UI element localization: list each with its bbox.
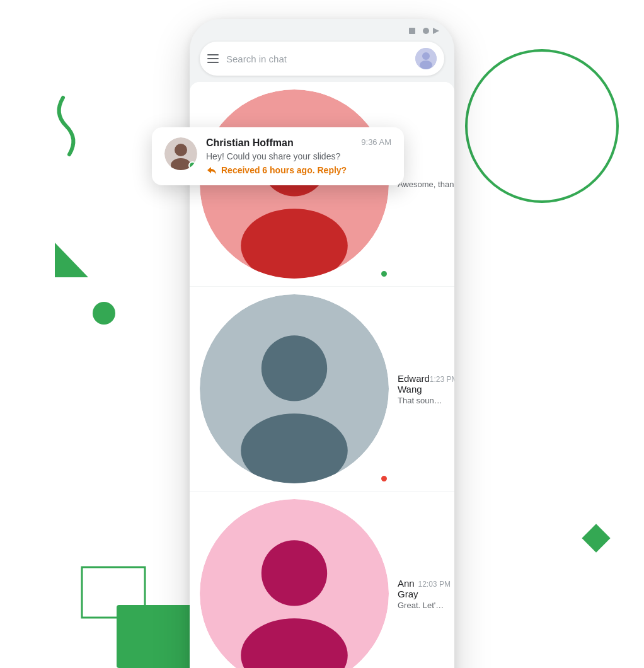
- svg-point-1: [93, 302, 115, 325]
- chat-preview-partial: Awesome, thanks!: [398, 180, 454, 189]
- signal-icon: [409, 28, 415, 34]
- svg-point-16: [262, 540, 327, 606]
- notification-name: Christian Hoffman: [206, 137, 294, 149]
- avatar-wrap-edward: [200, 294, 389, 483]
- battery-icon: [433, 28, 439, 34]
- status-bar: [190, 19, 454, 39]
- phone-mockup: Search in chat: [190, 19, 454, 668]
- chat-time-edward: 1:23 PM: [430, 375, 454, 384]
- svg-rect-3: [582, 524, 610, 552]
- svg-point-8: [420, 60, 432, 69]
- status-busy-edward: [380, 475, 388, 483]
- notification-message: Hey! Could you share your slides?: [206, 151, 391, 161]
- notification-body: Christian Hoffman 9:36 AM Hey! Could you…: [206, 137, 391, 175]
- search-bar[interactable]: Search in chat: [200, 42, 444, 76]
- notification-avatar: [164, 137, 197, 170]
- chat-content-edward: Edward Wang 1:23 PM That sounds great: [398, 373, 444, 405]
- wifi-icon: [423, 28, 429, 34]
- status-online: [380, 270, 388, 278]
- avatar-wrap-ann: [200, 499, 389, 668]
- chat-content-ann: Ann Gray 12:03 PM Great. Let's catch up …: [398, 578, 444, 610]
- svg-point-13: [262, 335, 327, 401]
- menu-icon[interactable]: [207, 54, 219, 63]
- chat-name-edward: Edward Wang: [398, 373, 430, 394]
- notification-time: 9:36 AM: [361, 137, 391, 149]
- svg-marker-0: [55, 243, 88, 277]
- svg-point-37: [175, 144, 187, 156]
- user-avatar[interactable]: [415, 48, 437, 69]
- chat-preview-edward: That sounds great: [398, 396, 444, 405]
- chat-time-ann: 12:03 PM: [418, 580, 451, 589]
- svg-rect-4: [82, 567, 145, 618]
- svg-point-7: [422, 52, 430, 60]
- notification-action-text: Received 6 hours ago. Reply?: [221, 165, 347, 175]
- phone-body: Search in chat: [190, 19, 454, 668]
- chat-name-ann: Ann Gray: [398, 578, 418, 599]
- chat-item-edward[interactable]: Edward Wang 1:23 PM That sounds great: [190, 287, 454, 492]
- notification-card[interactable]: Christian Hoffman 9:36 AM Hey! Could you…: [152, 127, 404, 185]
- search-placeholder: Search in chat: [226, 54, 415, 64]
- chat-preview-ann: Great. Let's catch up soon!: [398, 601, 444, 610]
- notification-action[interactable]: Received 6 hours ago. Reply?: [206, 165, 391, 175]
- notification-header: Christian Hoffman 9:36 AM: [206, 137, 391, 149]
- chat-content-partial: Awesome, thanks!: [398, 178, 444, 190]
- chat-item-ann[interactable]: Ann Gray 12:03 PM Great. Let's catch up …: [190, 492, 454, 668]
- reply-icon: [206, 165, 217, 175]
- svg-point-2: [466, 50, 618, 202]
- notification-status-dot: [188, 161, 197, 170]
